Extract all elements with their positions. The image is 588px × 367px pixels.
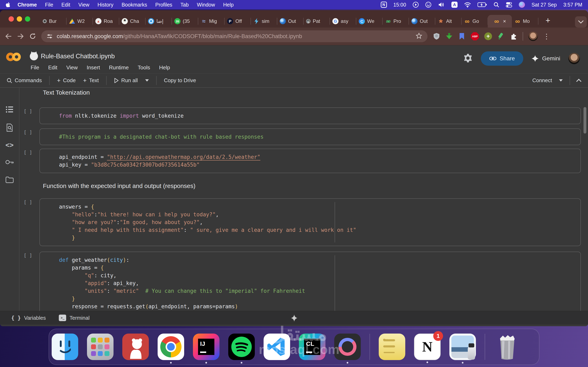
colab-menu-insert[interactable]: Insert (87, 64, 100, 71)
cell-run-gutter[interactable]: [ ] (24, 130, 32, 135)
colab-menu-file[interactable]: File (31, 64, 39, 71)
browser-tab-Alt[interactable]: *Alt (435, 15, 461, 27)
browser-tab-Mo[interactable]: ∞Mo (512, 15, 538, 27)
tab-search-chevron[interactable] (575, 16, 587, 27)
browser-tab-active-colab[interactable]: ∞× (488, 15, 512, 27)
extensions-puzzle-icon[interactable] (510, 33, 517, 40)
omnibox[interactable]: colab.research.google.com/github/HanaATa… (41, 30, 428, 42)
code-cell[interactable]: #This program is a designated chat-bot w… (39, 128, 581, 145)
notebook-title[interactable]: Rule-Based Chatbot.ipynb (41, 53, 115, 60)
notion-status-icon[interactable]: N (381, 2, 387, 8)
scrollbar-thumb[interactable] (584, 107, 586, 133)
menubar-time[interactable]: 3:57 PM (563, 2, 582, 8)
dock-clion[interactable]: CL (299, 334, 325, 360)
browser-tab-Off[interactable]: POff (224, 15, 251, 27)
extension-shield-icon[interactable] (433, 33, 440, 40)
cell-run-gutter[interactable]: [ ] (24, 109, 32, 114)
input-source-icon[interactable]: A (451, 2, 458, 8)
spotlight-search-icon[interactable] (493, 2, 499, 8)
dock-chrome[interactable] (158, 334, 184, 360)
collapse-toolbar-chevron[interactable] (576, 79, 581, 84)
menubar-item-bookmarks[interactable]: Bookmarks (121, 2, 147, 8)
code-cell[interactable]: from nltk.tokenize import word_tokenize (39, 108, 581, 124)
control-center-icon[interactable] (506, 2, 512, 8)
colab-logo[interactable] (6, 53, 23, 65)
share-button[interactable]: Share (481, 51, 523, 66)
connect-button[interactable]: Connect (532, 77, 552, 83)
wifi-icon[interactable] (464, 2, 471, 8)
colab-menu-help[interactable]: Help (159, 64, 170, 71)
colab-menu-edit[interactable]: Edit (48, 64, 57, 71)
add-text-button[interactable]: +Text (83, 77, 99, 84)
siri-icon[interactable] (519, 2, 525, 8)
dock-bear[interactable] (122, 334, 149, 360)
menubar-date[interactable]: Sat 27 Sep (531, 2, 557, 8)
code-cell[interactable]: def get_weather(city): params = { "q": c… (39, 252, 581, 311)
run-all-button[interactable]: Run all (114, 77, 138, 83)
colab-profile-avatar[interactable] (568, 53, 580, 64)
gemini-button[interactable]: Gemini (531, 55, 560, 62)
browser-tab-(35[interactable]: 35(35 (172, 15, 198, 27)
dock-focus-ring-app[interactable] (334, 334, 361, 360)
variables-button[interactable]: { } Variables (11, 315, 46, 321)
cell-run-gutter[interactable]: [ ] (24, 150, 32, 155)
commands-button[interactable]: Commands (7, 77, 42, 83)
dock-notes[interactable]: ~ (379, 334, 405, 360)
recording-timer[interactable]: 15:00 (393, 2, 406, 8)
emoji-status-icon[interactable] (425, 2, 432, 8)
dock-notion[interactable]: N1 (414, 334, 441, 360)
site-settings-icon[interactable] (47, 33, 53, 39)
window-zoom-button[interactable] (25, 16, 30, 22)
browser-tab-Roa[interactable]: ▲Roa (93, 15, 119, 27)
extension-bookmark-icon[interactable] (458, 33, 466, 40)
run-all-dropdown[interactable] (145, 79, 149, 82)
code-cell[interactable]: api_endpoint = "http://api.openweatherma… (39, 149, 581, 173)
menubar-item-history[interactable]: History (98, 2, 113, 8)
colab-menu-tools[interactable]: Tools (138, 64, 150, 71)
cell-run-gutter[interactable]: [ ] (24, 200, 32, 205)
dock-spotify[interactable] (228, 334, 255, 360)
menubar-item-profiles[interactable]: Profiles (155, 2, 172, 8)
dock-desktop-preview[interactable] (449, 334, 476, 360)
browser-tab-We[interactable]: CWe (356, 15, 382, 27)
menubar-item-chrome[interactable]: Chrome (17, 2, 37, 8)
colab-menu-view[interactable]: View (66, 64, 78, 71)
browser-tab-Pat[interactable]: gPat (303, 15, 330, 27)
window-minimize-button[interactable] (17, 16, 22, 22)
code-cell[interactable]: answers = { "hello":"hi there! how can i… (39, 198, 581, 246)
menubar-item-file[interactable]: File (45, 2, 53, 8)
menubar-item-edit[interactable]: Edit (61, 2, 70, 8)
menubar-item-view[interactable]: View (78, 2, 89, 8)
dock-vscode[interactable] (264, 334, 290, 360)
menubar-item-tab[interactable]: Tab (181, 2, 189, 8)
browser-tab-إضا[interactable]: إضا (145, 15, 172, 27)
dock-intellij-idea[interactable]: IJ (193, 334, 219, 360)
connect-dropdown[interactable] (559, 79, 563, 82)
extension-add-icon[interactable]: + (484, 33, 492, 40)
reload-button[interactable] (29, 33, 36, 40)
bookmark-star-icon[interactable] (416, 33, 422, 40)
browser-tab-sim[interactable]: sim (251, 15, 277, 27)
extension-downloader-icon[interactable] (445, 33, 453, 40)
window-close-button[interactable] (9, 16, 14, 22)
menubar-item-help[interactable]: Help (223, 2, 233, 8)
browser-tab-W2[interactable]: W2 (66, 15, 93, 27)
apple-menu-icon[interactable] (6, 2, 10, 8)
browser-profile-avatar[interactable] (528, 32, 538, 41)
colab-menu-runtime[interactable]: Runtime (109, 64, 129, 71)
browser-tab-Bur[interactable]: Bur (40, 15, 66, 27)
browser-tab-Mig[interactable]: ≈Mig (198, 15, 224, 27)
battery-icon[interactable] (477, 2, 487, 7)
browser-tab-Out[interactable]: Out (277, 15, 303, 27)
browser-tab-Out[interactable]: Out (409, 15, 435, 27)
cell-run-gutter[interactable]: [ ] (24, 253, 32, 258)
terminal-button[interactable]: >_ Terminal (59, 315, 89, 321)
volume-icon[interactable] (438, 2, 445, 8)
back-button[interactable] (5, 33, 12, 39)
chrome-menu-icon[interactable]: ⋮ (543, 34, 550, 38)
tab-close-icon[interactable]: × (503, 18, 506, 24)
browser-tab-Cha[interactable]: *Cha (119, 15, 145, 27)
browser-tab-Go[interactable]: ∞Go (461, 15, 488, 27)
browser-tab-Pro[interactable]: aePro (382, 15, 409, 27)
copy-to-drive-button[interactable]: Copy to Drive (164, 77, 196, 83)
